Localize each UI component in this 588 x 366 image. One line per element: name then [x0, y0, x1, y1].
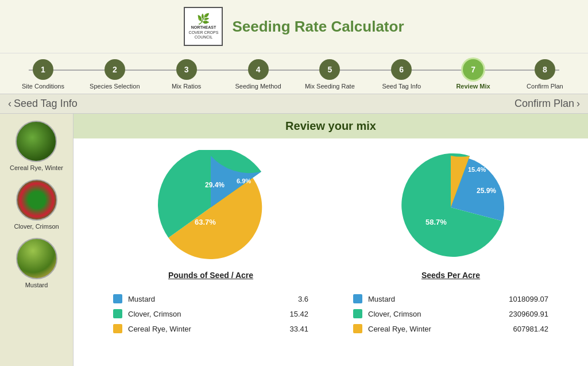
app-title: Seeding Rate Calculator [232, 18, 404, 36]
plant-item-crimson: Clover, Crimson [14, 179, 59, 230]
data-row-crimson-pounds: Clover, Crimson 15.42 [113, 306, 308, 321]
data-row-mustard-seeds: Mustard 1018099.07 [353, 291, 548, 306]
legend-value-crimson-1: 15.42 [262, 310, 308, 318]
step-item-3[interactable]: 3Mix Ratios [155, 59, 218, 90]
data-row-mustard-pounds: Mustard 3.6 [113, 291, 308, 306]
step-label-1: Site Conditions [22, 82, 64, 90]
plant-label-rye: Cereal Rye, Winter [10, 164, 63, 171]
step-label-6: Seed Tag Info [382, 82, 421, 90]
step-circle-5: 5 [319, 59, 340, 80]
pie-chart-seeds: 25.9% 58.7% 15.4% [393, 150, 508, 265]
stepper-track: 1Site Conditions2Species Selection3Mix R… [11, 59, 577, 90]
legend-label-mustard-2: Mustard [368, 295, 502, 303]
legend-color-mustard-1 [113, 294, 122, 303]
data-row-rye-pounds: Cereal Rye, Winter 33.41 [113, 321, 308, 336]
content-area: Review your mix 63.7% 29.4% 6.9% [74, 114, 588, 366]
logo-text3: COUNCIL [189, 35, 219, 40]
chart-seeds: 25.9% 58.7% 15.4% Seeds Per Acre [353, 150, 548, 280]
legend-value-rye-2: 607981.42 [502, 325, 548, 333]
plant-image-mustard [16, 238, 57, 279]
step-circle-8: 8 [535, 59, 555, 80]
step-label-3: Mix Ratios [172, 82, 201, 90]
step-circle-6: 6 [391, 59, 412, 80]
pie-chart-pounds: 63.7% 29.4% 6.9% [153, 150, 268, 265]
pie-label-mustard-2: 25.9% [477, 187, 496, 195]
step-circle-3: 3 [176, 59, 197, 80]
legend-value-rye-1: 33.41 [262, 325, 308, 333]
logo-text: NORTHEAST [189, 25, 219, 30]
pie-label-mustard-1: 6.9% [237, 178, 251, 184]
sidebar: Cereal Rye, Winter Clover, Crimson Musta… [0, 114, 74, 366]
step-item-4[interactable]: 4Seeding Method [227, 59, 290, 90]
plant-item-rye: Cereal Rye, Winter [10, 121, 63, 171]
data-table-pounds: Mustard 3.6 Clover, Crimson 15.42 Cereal… [113, 291, 308, 336]
legend-color-crimson-1 [113, 309, 122, 318]
step-label-8: Confirm Plan [527, 82, 563, 90]
step-circle-7: 7 [463, 59, 483, 80]
legend-color-rye-1 [113, 324, 122, 333]
legend-label-rye-2: Cereal Rye, Winter [368, 325, 502, 333]
legend-value-crimson-2: 2309609.91 [502, 310, 548, 318]
step-item-8[interactable]: 8Confirm Plan [513, 59, 577, 90]
data-tables: Mustard 3.6 Clover, Crimson 15.42 Cereal… [74, 286, 588, 348]
step-circle-2: 2 [105, 59, 125, 80]
step-circle-1: 1 [33, 59, 53, 80]
step-item-6[interactable]: 6Seed Tag Info [370, 59, 433, 90]
step-label-4: Seeding Method [235, 82, 281, 90]
stepper: 1Site Conditions2Species Selection3Mix R… [0, 53, 588, 94]
pie-label-rye-1: 63.7% [195, 218, 216, 226]
legend-label-crimson-2: Clover, Crimson [368, 310, 502, 318]
step-item-7[interactable]: 7Review Mix [442, 59, 505, 90]
legend-label-rye-1: Cereal Rye, Winter [128, 325, 262, 333]
data-row-rye-seeds: Cereal Rye, Winter 607981.42 [353, 321, 548, 336]
legend-color-crimson-2 [353, 309, 362, 318]
legend-value-mustard-2: 1018099.07 [502, 295, 548, 303]
data-table-seeds: Mustard 1018099.07 Clover, Crimson 23096… [353, 291, 548, 336]
plant-label-mustard: Mustard [25, 282, 48, 288]
pie-label-crimson-2: 58.7% [425, 218, 447, 226]
next-label[interactable]: Confirm Plan [514, 98, 574, 110]
step-item-1[interactable]: 1Site Conditions [11, 59, 75, 90]
chart-title-seeds: Seeds Per Acre [421, 271, 480, 280]
prev-nav-button[interactable]: ‹ Seed Tag Info [8, 98, 78, 110]
charts-row: 63.7% 29.4% 6.9% Pounds of Seed / Acre [74, 138, 588, 286]
content-title: Review your mix [79, 120, 582, 133]
logo: 🌿 NORTHEAST COVER CROPS COUNCIL [184, 7, 223, 46]
legend-color-rye-2 [353, 324, 362, 333]
plant-image-rye [16, 121, 57, 162]
data-row-crimson-seeds: Clover, Crimson 2309609.91 [353, 306, 548, 321]
logo-trees-icon: 🌿 [189, 13, 219, 26]
chart-title-pounds: Pounds of Seed / Acre [168, 271, 253, 280]
left-arrow-icon: ‹ [8, 98, 11, 110]
logo-text2: COVER CROPS [189, 30, 219, 35]
legend-color-mustard-2 [353, 294, 362, 303]
step-label-5: Mix Seeding Rate [305, 82, 355, 90]
chart-pounds: 63.7% 29.4% 6.9% Pounds of Seed / Acre [113, 150, 308, 280]
step-item-2[interactable]: 2Species Selection [83, 59, 146, 90]
legend-value-mustard-1: 3.6 [262, 295, 308, 303]
content-header: Review your mix [74, 114, 588, 138]
plant-item-mustard: Mustard [16, 238, 57, 288]
app-header: 🌿 NORTHEAST COVER CROPS COUNCIL Seeding … [0, 0, 588, 53]
step-circle-4: 4 [248, 59, 269, 80]
legend-label-mustard-1: Mustard [128, 295, 262, 303]
plant-label-crimson: Clover, Crimson [14, 223, 59, 230]
next-nav-button[interactable]: Confirm Plan › [514, 98, 580, 110]
step-label-7: Review Mix [456, 82, 490, 90]
nav-bar: ‹ Seed Tag Info Confirm Plan › [0, 94, 588, 114]
plant-image-crimson [16, 179, 57, 221]
right-arrow-icon: › [577, 98, 580, 110]
main-content: Cereal Rye, Winter Clover, Crimson Musta… [0, 114, 588, 366]
prev-label[interactable]: Seed Tag Info [14, 98, 78, 110]
pie-label-rye-2: 15.4% [468, 166, 486, 173]
pie-label-crimson-1: 29.4% [205, 181, 225, 189]
step-item-5[interactable]: 5Mix Seeding Rate [298, 59, 361, 90]
step-label-2: Species Selection [90, 82, 140, 90]
legend-label-crimson-1: Clover, Crimson [128, 310, 262, 318]
